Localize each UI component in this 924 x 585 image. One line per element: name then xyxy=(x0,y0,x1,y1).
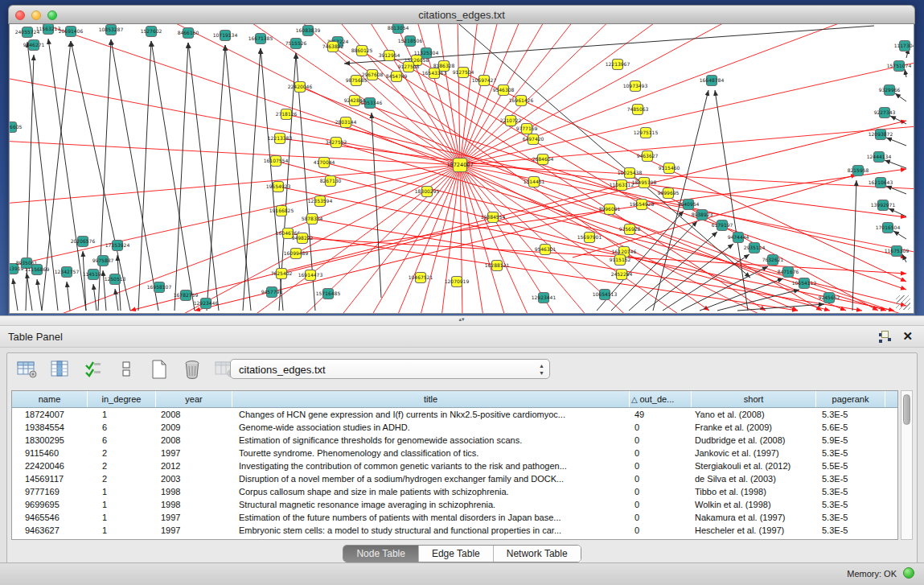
column-header-in-degree[interactable]: in_degree xyxy=(88,391,156,407)
table-row[interactable]: 911546021997Tourette syndrome. Phenomeno… xyxy=(12,447,897,459)
table-cell[interactable]: 0 xyxy=(630,472,692,485)
column-header-out-de-[interactable]: △ out_de... xyxy=(630,391,692,407)
table-row[interactable]: 969969511998Structural magnetic resonanc… xyxy=(12,498,897,511)
graph-edge-black[interactable] xyxy=(67,282,70,311)
graph-edge-black[interactable] xyxy=(895,93,906,101)
table-cell[interactable]: 5.3E-5 xyxy=(816,498,885,511)
table-cell[interactable]: 9699695 xyxy=(12,498,88,511)
select-columns-icon[interactable] xyxy=(81,357,105,381)
graph-edge-red[interactable] xyxy=(281,121,906,274)
table-cell[interactable]: Estimation of significance thresholds fo… xyxy=(232,434,630,447)
table-cell[interactable]: 5.3E-5 xyxy=(816,524,885,537)
table-cell[interactable]: 0 xyxy=(630,447,692,459)
table-cell[interactable]: 0 xyxy=(630,511,692,524)
table-cell[interactable]: 49 xyxy=(630,408,692,421)
table-cell[interactable]: 2003 xyxy=(156,472,232,485)
table-cell[interactable]: Nakamura et al. (1997) xyxy=(692,511,816,524)
table-row[interactable]: 1456911722003Disruption of a novel membe… xyxy=(12,472,897,485)
table-row[interactable]: 1938455462009Genome-wide association stu… xyxy=(12,421,897,434)
table-cell[interactable]: Wolkin et al. (1998) xyxy=(692,498,816,511)
new-table-icon[interactable] xyxy=(147,357,171,381)
graph-edge-black[interactable] xyxy=(886,186,906,194)
table-cell[interactable]: 2 xyxy=(88,447,156,459)
table-cell[interactable]: Investigating the contribution of common… xyxy=(232,459,630,472)
graph-edge-black[interactable] xyxy=(71,41,130,311)
table-cell[interactable]: 5.3E-5 xyxy=(816,447,885,459)
table-cell[interactable]: 1 xyxy=(88,511,156,524)
table-cell[interactable]: Embryonic stem cells: a model to study s… xyxy=(232,524,630,537)
table-cell[interactable]: 2 xyxy=(88,459,156,472)
table-row[interactable]: 946362711997Embryonic stem cells: a mode… xyxy=(12,524,897,537)
close-panel-icon[interactable]: ✕ xyxy=(902,330,913,342)
graph-edge-black[interactable] xyxy=(372,113,381,298)
table-cell[interactable]: 9115460 xyxy=(12,447,88,459)
column-selector-icon[interactable] xyxy=(48,357,72,381)
column-header-pagerank[interactable]: pagerank xyxy=(816,391,885,407)
graph-edge-black[interactable] xyxy=(225,45,251,311)
window-resize-grip[interactable] xyxy=(896,295,910,310)
table-cell[interactable]: 0 xyxy=(630,498,692,511)
graph-edge-black[interactable] xyxy=(138,41,151,311)
graph-edge-black[interactable] xyxy=(885,160,906,168)
table-select-dropdown[interactable]: citations_edges.txt ▲▼ xyxy=(230,359,550,379)
table-cell[interactable]: 2009 xyxy=(156,421,232,434)
table-cell[interactable]: 5.3E-5 xyxy=(816,511,885,524)
citation-network-graph[interactable]: 2405572411563213206914069846271108532871… xyxy=(10,24,914,314)
graph-edge-black[interactable] xyxy=(37,279,42,311)
table-settings-icon[interactable] xyxy=(15,357,39,381)
graph-edge-black[interactable] xyxy=(243,48,261,311)
table-cell[interactable]: Franke et al. (2009) xyxy=(692,421,816,434)
graph-edge-black[interactable] xyxy=(886,138,906,146)
delete-table-icon[interactable] xyxy=(180,357,204,381)
scrollbar-thumb[interactable] xyxy=(903,394,910,425)
table-cell[interactable]: 0 xyxy=(630,434,692,447)
table-cell[interactable]: 1 xyxy=(88,498,156,511)
column-header-short[interactable]: short xyxy=(692,391,816,407)
graph-edge-red[interactable] xyxy=(300,87,846,311)
table-cell[interactable]: Corpus callosum shape and size in male p… xyxy=(232,485,630,498)
table-cell[interactable]: Changes of HCN gene expression and I(f) … xyxy=(232,408,630,421)
table-cell[interactable]: 0 xyxy=(630,421,692,434)
table-cell[interactable]: 1 xyxy=(88,485,156,498)
table-cell[interactable]: 2012 xyxy=(156,459,232,472)
network-view-canvas[interactable]: 2405572411563213206914069846271108532871… xyxy=(9,24,914,314)
table-cell[interactable]: 9463627 xyxy=(12,524,88,537)
table-cell[interactable]: Structural magnetic resonance image aver… xyxy=(232,498,630,511)
table-cell[interactable]: 5.6E-5 xyxy=(816,421,885,434)
table-cell[interactable]: 9465546 xyxy=(12,511,88,524)
table-cell[interactable]: 19384554 xyxy=(12,421,88,434)
graph-edge-black[interactable] xyxy=(93,284,97,311)
table-cell[interactable]: 1 xyxy=(88,524,156,537)
divider-handle-icon[interactable]: ▴▾ xyxy=(456,318,467,324)
table-cell[interactable]: 0 xyxy=(630,459,692,472)
table-cell[interactable]: 0 xyxy=(630,524,692,537)
table-row[interactable]: 977716911998Corpus callosum shape and si… xyxy=(12,485,897,498)
table-cell[interactable]: Estimation of the future numbers of pati… xyxy=(232,511,630,524)
network-window[interactable]: citations_edges.txt 24055724115632132069… xyxy=(8,5,915,315)
table-cell[interactable]: Tourette syndrome. Phenomenology and cla… xyxy=(232,447,630,459)
table-cell[interactable]: 0 xyxy=(630,485,692,498)
table-vertical-scrollbar[interactable] xyxy=(901,390,913,540)
graph-edge-black[interactable] xyxy=(737,304,824,311)
table-cell[interactable]: 5.9E-5 xyxy=(816,434,885,447)
table-cell[interactable]: 1997 xyxy=(156,524,232,537)
window-titlebar[interactable]: citations_edges.txt xyxy=(8,5,915,24)
table-cell[interactable]: 1 xyxy=(88,408,156,421)
graph-edge-black[interactable] xyxy=(893,231,906,239)
float-window-icon[interactable] xyxy=(879,331,891,342)
column-header-name[interactable]: name xyxy=(12,391,88,407)
table-row[interactable]: 1872400712008Changes of HCN gene express… xyxy=(12,408,897,421)
table-cell[interactable]: Dudbridge et al. (2008) xyxy=(692,434,816,447)
table-cell[interactable]: Tibbo et al. (1998) xyxy=(692,485,816,498)
table-row[interactable]: 2242004622012Investigating the contribut… xyxy=(12,459,897,472)
row-height-icon[interactable] xyxy=(114,357,138,381)
table-cell[interactable]: 5.3E-5 xyxy=(816,485,885,498)
table-cell[interactable]: Hescheler et al. (1997) xyxy=(692,524,816,537)
graph-edge-black[interactable] xyxy=(902,254,906,262)
split-pane-divider[interactable]: ▴▾ xyxy=(0,315,924,326)
table-cell[interactable]: Genome-wide association studies in ADHD. xyxy=(232,421,630,434)
table-cell[interactable]: 6 xyxy=(88,421,156,434)
table-cell[interactable]: 2 xyxy=(88,472,156,485)
graph-edge-black[interactable] xyxy=(905,69,906,77)
table-cell[interactable]: Jankovic et al. (1997) xyxy=(692,447,816,459)
